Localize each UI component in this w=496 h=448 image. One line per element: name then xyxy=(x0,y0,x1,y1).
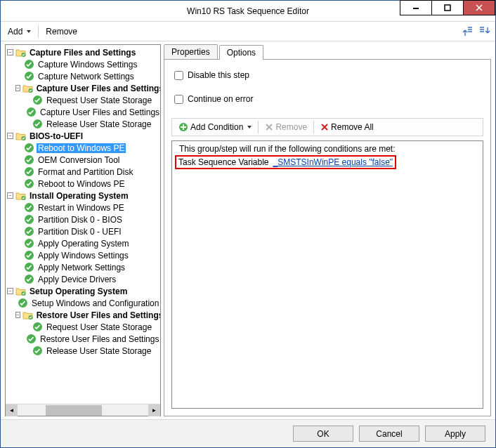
success-icon xyxy=(18,298,28,308)
success-icon xyxy=(24,274,34,284)
tree-group[interactable]: −Restore User Files and Settings xyxy=(15,309,160,321)
success-icon xyxy=(26,334,37,344)
tree-item-label: Partition Disk 0 - BIOS xyxy=(37,215,124,225)
horizontal-scrollbar[interactable]: ◄► xyxy=(6,404,160,416)
tree-item-label: Apply Windows Settings xyxy=(37,251,130,261)
tab-options[interactable]: Options xyxy=(219,45,263,60)
success-icon xyxy=(26,107,37,117)
tree-item[interactable]: Apply Operating System xyxy=(15,237,160,249)
folder-icon xyxy=(15,286,26,296)
success-icon xyxy=(24,143,34,153)
tree-item-label: Request User State Storage xyxy=(45,322,153,332)
tree-item-label: Reboot to Windows PE xyxy=(37,179,126,189)
ok-button[interactable]: OK xyxy=(293,426,353,442)
move-up-icon[interactable] xyxy=(460,24,476,39)
tree-item[interactable]: Partition Disk 0 - UEFI xyxy=(15,225,160,237)
svg-rect-1 xyxy=(445,5,450,11)
folder-icon xyxy=(22,84,33,93)
folder-icon xyxy=(15,131,26,141)
tree-item[interactable]: Release User State Storage xyxy=(24,345,160,357)
remove-button[interactable]: Remove xyxy=(41,24,81,39)
condition-type: Task Sequence Variable xyxy=(178,157,269,167)
tree-item-label: Apply Network Settings xyxy=(37,263,126,272)
tree-item[interactable]: Restore User Files and Settings xyxy=(24,333,160,345)
tab-properties[interactable]: Properties xyxy=(164,44,218,59)
success-icon xyxy=(32,95,43,105)
success-icon xyxy=(24,154,34,165)
success-icon xyxy=(32,322,43,332)
cancel-button[interactable]: Cancel xyxy=(359,426,419,442)
success-icon xyxy=(32,345,43,356)
tree-item[interactable]: Release User State Storage xyxy=(24,118,160,130)
move-down-icon[interactable] xyxy=(477,24,492,39)
minimize-button[interactable] xyxy=(400,0,432,15)
plus-icon xyxy=(178,122,188,132)
details-pane: Properties Options Disable this step Con… xyxy=(164,44,491,416)
tree-item-label: Install Operating System xyxy=(28,191,130,201)
add-button[interactable]: Add xyxy=(4,24,35,39)
success-icon xyxy=(24,214,34,225)
remove-all-button[interactable]: Remove All xyxy=(317,120,377,134)
tree-item[interactable]: Setup Windows and Configuration Manager xyxy=(15,297,160,309)
tree-item-label: Apply Operating System xyxy=(37,239,130,249)
close-button[interactable] xyxy=(463,0,495,15)
tree-item[interactable]: OEM Conversion Tool xyxy=(15,154,160,166)
success-icon xyxy=(24,226,34,237)
conditions-area[interactable]: This group/step will run if the followin… xyxy=(171,140,483,409)
tree-group[interactable]: −Install Operating System xyxy=(7,190,160,202)
apply-button[interactable]: Apply xyxy=(425,426,485,442)
tree-item[interactable]: Request User State Storage xyxy=(24,94,160,106)
tree-group[interactable]: −Capture Files and Settings xyxy=(7,46,160,58)
tree-item[interactable]: Capture User Files and Settings xyxy=(24,106,160,118)
tree-item-label: BIOS-to-UEFI xyxy=(28,131,84,141)
tree-group[interactable]: −BIOS-to-UEFI xyxy=(7,130,160,142)
tree-item[interactable]: Restart in Windows PE xyxy=(15,202,160,213)
tree-item-label: Format and Partition Disk xyxy=(37,167,134,177)
continue-on-error-checkbox[interactable]: Continue on error xyxy=(174,94,483,104)
tree-item-label: Release User State Storage xyxy=(45,119,152,129)
tree-item-label: Restart in Windows PE xyxy=(37,203,126,213)
tree-item-label: Restore User Files and Settings xyxy=(35,310,160,320)
success-icon xyxy=(24,71,34,81)
tree-item-label: Partition Disk 0 - UEFI xyxy=(37,227,123,237)
tree-item[interactable]: Capture Network Settings xyxy=(15,70,160,82)
task-tree[interactable]: −Capture Files and SettingsCapture Windo… xyxy=(6,45,160,358)
tree-item[interactable]: Partition Disk 0 - BIOS xyxy=(15,213,160,225)
tree-item[interactable]: Apply Windows Settings xyxy=(15,249,160,261)
dialog-footer: OK Cancel Apply xyxy=(1,419,495,447)
success-icon xyxy=(24,166,34,177)
tree-item-label: Setup Operating System xyxy=(28,286,129,296)
tree-item-label: Capture Files and Settings xyxy=(28,48,137,58)
tree-item-label: Restore User Files and Settings xyxy=(39,334,160,344)
tree-item[interactable]: Capture Windows Settings xyxy=(15,58,160,70)
tree-group[interactable]: −Setup Operating System xyxy=(7,285,160,297)
success-icon xyxy=(24,250,34,261)
folder-icon xyxy=(15,48,26,58)
titlebar: Win10 RS Task Sequence Editor xyxy=(1,1,495,22)
condition-row[interactable]: Task Sequence Variable _SMSTSInWinPE equ… xyxy=(175,155,396,169)
success-icon xyxy=(24,238,34,249)
tree-item-label: Request User State Storage xyxy=(45,95,153,105)
add-condition-button[interactable]: Add Condition xyxy=(175,120,255,134)
tree-item[interactable]: Apply Device Drivers xyxy=(15,273,160,285)
condition-link[interactable]: _SMSTSInWinPE equals "false" xyxy=(273,157,393,167)
tree-item[interactable]: Format and Partition Disk xyxy=(15,166,160,178)
tree-item[interactable]: Apply Network Settings xyxy=(15,261,160,273)
tree-item-label: Capture Network Settings xyxy=(37,72,136,81)
tree-item-label: Reboot to Windows PE xyxy=(37,143,126,153)
x-icon xyxy=(320,123,329,131)
tree-item-label: Apply Device Drivers xyxy=(37,275,117,284)
maximize-button[interactable] xyxy=(431,0,464,15)
folder-icon xyxy=(22,310,33,320)
chevron-down-icon xyxy=(27,30,31,33)
remove-condition-button: Remove xyxy=(261,120,311,134)
tree-item-label: Capture User Files and Settings xyxy=(39,107,160,117)
folder-icon xyxy=(15,191,26,201)
disable-step-checkbox[interactable]: Disable this step xyxy=(174,70,483,80)
tree-group[interactable]: −Capture User Files and Settings xyxy=(15,82,160,94)
svg-rect-0 xyxy=(413,8,419,9)
tab-strip: Properties Options xyxy=(164,44,491,60)
tree-item[interactable]: Request User State Storage xyxy=(24,321,160,333)
tree-item[interactable]: Reboot to Windows PE xyxy=(15,178,160,190)
tree-item[interactable]: Reboot to Windows PE xyxy=(15,142,160,154)
